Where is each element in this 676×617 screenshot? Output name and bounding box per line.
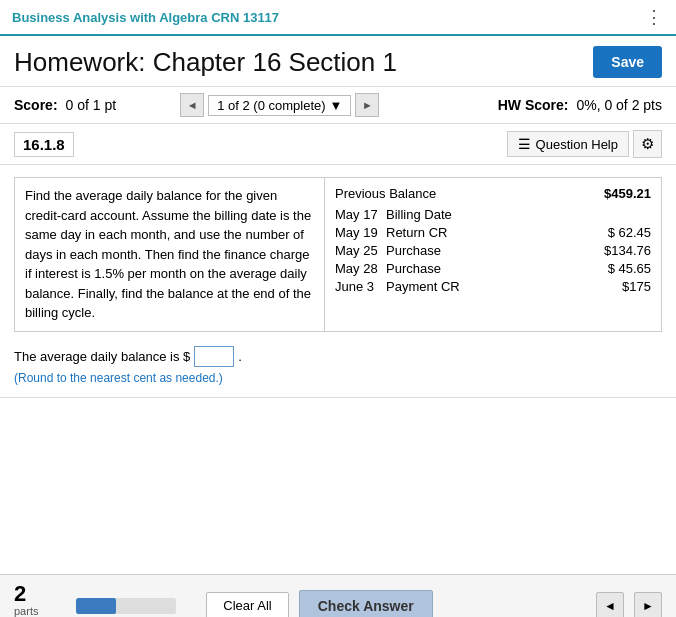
answer-prefix: The average daily balance is $ <box>14 349 190 364</box>
problem-data-table: Previous Balance $459.21 May 17 Billing … <box>324 177 662 332</box>
nav-controls: ◄ 1 of 2 (0 complete) ▼ ► <box>180 93 379 117</box>
prev-balance-header: Previous Balance $459.21 <box>335 186 651 201</box>
header-row: Homework: Chapter 16 Section 1 Save <box>0 36 676 87</box>
top-bar: Business Analysis with Algebra CRN 13117… <box>0 0 676 36</box>
answer-area: The average daily balance is $ . (Round … <box>14 346 662 385</box>
progress-bar-container <box>76 598 176 614</box>
row-event: Purchase <box>386 243 486 258</box>
settings-button[interactable]: ⚙ <box>633 130 662 158</box>
row-date: May 17 <box>335 207 380 222</box>
answer-suffix: . <box>238 349 242 364</box>
row-event: Billing Date <box>386 207 486 222</box>
top-bar-menu-icon[interactable]: ⋮ <box>645 6 664 28</box>
table-row: May 19 Return CR $ 62.45 <box>335 225 651 240</box>
top-bar-title: Business Analysis with Algebra CRN 13117 <box>12 10 279 25</box>
clear-all-button[interactable]: Clear All <box>206 592 288 617</box>
question-number: 16.1.8 <box>14 132 74 157</box>
nav-next-button[interactable]: ► <box>355 93 379 117</box>
progress-bar-outer <box>76 598 176 614</box>
question-help-label: Question Help <box>536 137 618 152</box>
content-spacer <box>0 398 676 598</box>
question-row: 16.1.8 ☰ Question Help ⚙ <box>0 124 676 165</box>
question-help-icon: ☰ <box>518 136 531 152</box>
check-answer-button[interactable]: Check Answer <box>299 590 433 618</box>
question-help-button[interactable]: ☰ Question Help <box>507 131 629 157</box>
score-value: 0 of 1 pt <box>65 97 116 113</box>
save-button[interactable]: Save <box>593 46 662 78</box>
parts-number: 2 <box>14 583 26 605</box>
row-event: Purchase <box>386 261 486 276</box>
answer-line: The average daily balance is $ . <box>14 346 662 367</box>
bottom-bar: 2 partsremaining Clear All Check Answer … <box>0 574 676 618</box>
hw-score: HW Score: 0%, 0 of 2 pts <box>498 97 662 113</box>
answer-input[interactable] <box>194 346 234 367</box>
table-row: June 3 Payment CR $175 <box>335 279 651 294</box>
bottom-nav-next-button[interactable]: ► <box>634 592 662 618</box>
row-amount: $ 45.65 <box>608 261 651 276</box>
round-note: (Round to the nearest cent as needed.) <box>14 371 662 385</box>
parts-label: partsremaining <box>14 605 62 618</box>
table-row: May 17 Billing Date <box>335 207 651 222</box>
problem-table: Find the average daily balance for the g… <box>14 177 662 332</box>
homework-title: Homework: Chapter 16 Section 1 <box>14 47 397 78</box>
score-label: Score: 0 of 1 pt <box>14 97 116 113</box>
score-row: Score: 0 of 1 pt ◄ 1 of 2 (0 complete) ▼… <box>0 87 676 124</box>
nav-progress-dropdown[interactable]: 1 of 2 (0 complete) ▼ <box>208 95 351 116</box>
row-date: May 25 <box>335 243 380 258</box>
progress-bar-inner <box>76 598 116 614</box>
row-date: June 3 <box>335 279 380 294</box>
problem-description: Find the average daily balance for the g… <box>14 177 324 332</box>
row-date: May 19 <box>335 225 380 240</box>
table-row: May 25 Purchase $134.76 <box>335 243 651 258</box>
data-rows-container: May 17 Billing Date May 19 Return CR $ 6… <box>335 207 651 294</box>
prev-balance-amount: $459.21 <box>604 186 651 201</box>
hw-score-value: 0%, 0 of 2 pts <box>576 97 662 113</box>
parts-remaining: 2 partsremaining <box>14 583 62 618</box>
row-event: Return CR <box>386 225 486 240</box>
row-amount: $175 <box>622 279 651 294</box>
table-row: May 28 Purchase $ 45.65 <box>335 261 651 276</box>
nav-prev-button[interactable]: ◄ <box>180 93 204 117</box>
main-content: Find the average daily balance for the g… <box>0 165 676 398</box>
row-amount: $ 62.45 <box>608 225 651 240</box>
row-date: May 28 <box>335 261 380 276</box>
row-event: Payment CR <box>386 279 486 294</box>
prev-balance-label: Previous Balance <box>335 186 436 201</box>
row-amount: $134.76 <box>604 243 651 258</box>
bottom-nav-prev-button[interactable]: ◄ <box>596 592 624 618</box>
